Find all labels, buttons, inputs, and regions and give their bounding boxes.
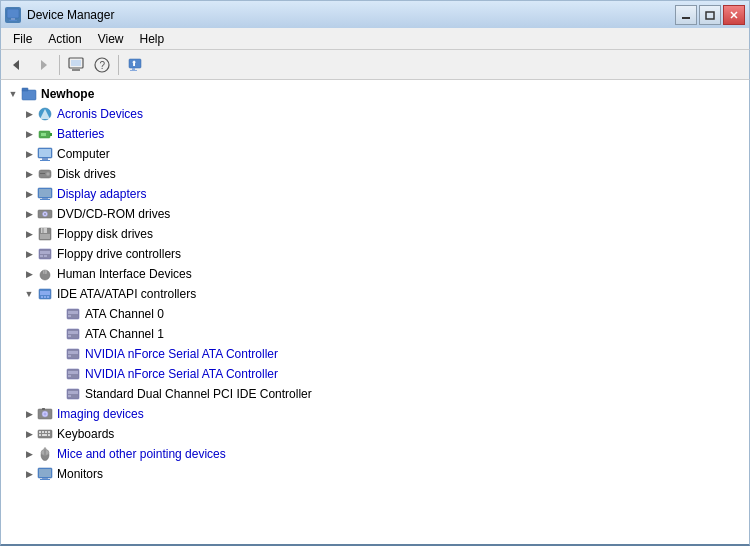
tree-node-keyboards[interactable]: ▶ Keyboards [1,424,749,444]
icon-monitors [37,466,53,482]
svg-rect-31 [40,173,45,174]
svg-rect-34 [42,198,48,199]
svg-rect-18 [22,90,36,100]
tree-node-hid[interactable]: ▶ Human Interface Devices [1,264,749,284]
menu-view[interactable]: View [90,30,132,48]
svg-rect-42 [40,234,50,239]
svg-point-30 [46,172,50,176]
window-title: Device Manager [27,8,675,22]
tree-node-disk-drives[interactable]: ▶ Disk drives [1,164,749,184]
tree-node-batteries[interactable]: ▶ Batteries [1,124,749,144]
expand-floppy-ctrl[interactable]: ▶ [21,246,37,262]
svg-rect-35 [40,199,50,200]
icon-disk-drives [37,166,53,182]
expand-dvd[interactable]: ▶ [21,206,37,222]
tree-node-imaging[interactable]: ▶ Imaging devices [1,404,749,424]
toolbar-separator-1 [59,55,60,75]
help-button[interactable]: ? [90,53,114,77]
svg-rect-26 [39,149,51,157]
icon-keyboards [37,426,53,442]
menu-file[interactable]: File [5,30,40,48]
update-driver-button[interactable]: ⬆ [123,53,147,77]
expand-nvidia1 [53,346,65,362]
tree-node-nvidia1[interactable]: NVIDIA nForce Serial ATA Controller [1,344,749,364]
icon-display [37,186,53,202]
expand-hid[interactable]: ▶ [21,266,37,282]
expand-root[interactable]: ▼ [5,86,21,102]
svg-rect-27 [42,158,48,160]
svg-rect-46 [44,255,47,257]
minimize-button[interactable] [675,5,697,25]
expand-acronis[interactable]: ▶ [21,106,37,122]
expand-mice[interactable]: ▶ [21,446,37,462]
tree-node-root[interactable]: ▼ Newhope [1,84,749,104]
tree-node-display[interactable]: ▶ Display adapters [1,184,749,204]
label-dvd: DVD/CD-ROM drives [57,207,170,221]
tree-node-monitors[interactable]: ▶ Monitors [1,464,749,484]
toolbar: ? ⬆ [0,50,750,80]
tree-node-floppy-disk[interactable]: ▶ Floppy disk drives [1,224,749,244]
icon-hid [37,266,53,282]
label-batteries: Batteries [57,127,104,141]
svg-rect-28 [40,160,50,161]
svg-rect-4 [706,12,714,19]
tree-node-ata0[interactable]: ATA Channel 0 [1,304,749,324]
menu-help[interactable]: Help [132,30,173,48]
svg-rect-57 [68,315,71,317]
tree-node-nvidia2[interactable]: NVIDIA nForce Serial ATA Controller [1,364,749,384]
tree-node-ata1[interactable]: ATA Channel 1 [1,324,749,344]
icon-imaging [37,406,53,422]
svg-rect-81 [48,434,50,436]
forward-button[interactable] [31,53,55,77]
close-button[interactable] [723,5,745,25]
svg-rect-65 [68,371,78,374]
icon-computer [37,146,53,162]
menu-action[interactable]: Action [40,30,89,48]
svg-rect-53 [44,296,46,298]
expand-disk-drives[interactable]: ▶ [21,166,37,182]
svg-rect-3 [682,17,690,19]
tree-node-ide[interactable]: ▼ IDE ATA/ATAPI controllers [1,284,749,304]
svg-rect-77 [45,431,47,433]
label-hid: Human Interface Devices [57,267,192,281]
expand-batteries[interactable]: ▶ [21,126,37,142]
expand-keyboards[interactable]: ▶ [21,426,37,442]
tree-node-computer[interactable]: ▶ Computer [1,144,749,164]
tree-node-dvd[interactable]: ▶ DVD/CD-ROM drives [1,204,749,224]
icon-ata0 [65,306,81,322]
tree-node-acronis[interactable]: ▶ Acronis Devices [1,104,749,124]
expand-imaging[interactable]: ▶ [21,406,37,422]
expand-ide[interactable]: ▼ [21,286,37,302]
expand-floppy-disk[interactable]: ▶ [21,226,37,242]
maximize-button[interactable] [699,5,721,25]
svg-rect-54 [47,296,49,298]
expand-display[interactable]: ▶ [21,186,37,202]
label-keyboards: Keyboards [57,427,114,441]
label-ide: IDE ATA/ATAPI controllers [57,287,196,301]
icon-nvidia1 [65,346,81,362]
svg-rect-44 [40,251,50,254]
svg-rect-2 [9,20,17,21]
svg-rect-80 [42,434,47,436]
svg-point-85 [44,448,46,451]
tree-node-pci-ide[interactable]: Standard Dual Channel PCI IDE Controller [1,384,749,404]
back-button[interactable] [5,53,29,77]
label-nvidia2: NVIDIA nForce Serial ATA Controller [85,367,278,381]
svg-rect-19 [22,88,28,91]
tree-node-mice[interactable]: ▶ Mice and other pointing devices [1,444,749,464]
toolbar-separator-2 [118,55,119,75]
icon-ide [37,286,53,302]
properties-button[interactable] [64,53,88,77]
svg-rect-45 [40,255,43,257]
expand-computer[interactable]: ▶ [21,146,37,162]
menu-bar: File Action View Help [0,28,750,50]
icon-nvidia2 [65,366,81,382]
expand-monitors[interactable]: ▶ [21,466,37,482]
device-tree[interactable]: ▼ Newhope ▶ Acronis Devices ▶ [1,80,749,544]
svg-rect-48 [43,270,47,274]
title-bar: Device Manager [0,0,750,28]
tree-node-floppy-ctrl[interactable]: ▶ Floppy drive controllers [1,244,749,264]
label-imaging: Imaging devices [57,407,144,421]
label-root: Newhope [41,87,94,101]
svg-rect-68 [68,391,78,394]
